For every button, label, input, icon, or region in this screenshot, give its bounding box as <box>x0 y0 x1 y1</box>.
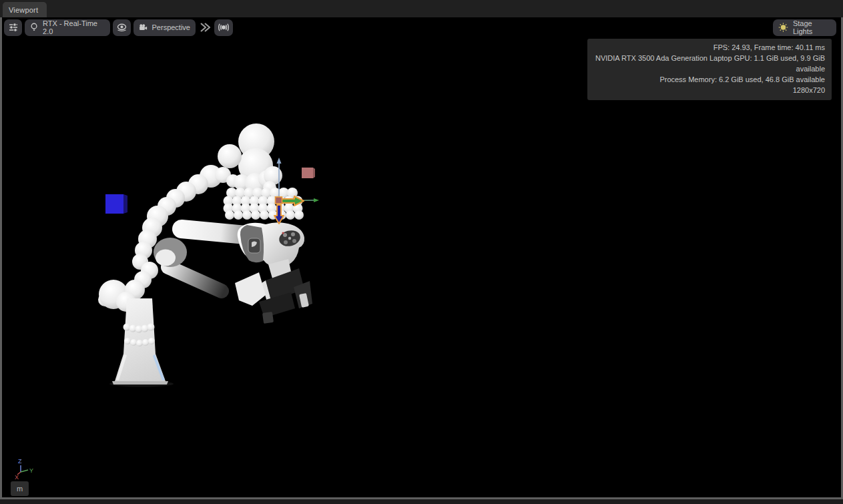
camera-label: Perspective <box>152 23 190 31</box>
render-status-button[interactable] <box>214 19 233 36</box>
stage-lights-label: Stage Lights <box>793 19 831 35</box>
axis-y-label: Y <box>29 467 33 474</box>
lightbulb-icon <box>30 22 38 33</box>
toolbar-left-group: RTX - Real-Time 2.0 <box>4 19 233 36</box>
camera-icon <box>139 23 148 32</box>
unit-badge: m <box>11 481 29 496</box>
robot-upper-arm-link <box>182 229 246 235</box>
collision-spheres-arc <box>158 165 222 216</box>
tab-bar: Viewport <box>0 0 843 17</box>
stats-memory-line: Process Memory: 6.2 GiB used, 46.8 GiB a… <box>594 74 825 85</box>
stats-fps-line: FPS: 24.93, Frame time: 40.11 ms <box>594 42 825 53</box>
renderer-label: RTX - Real-Time 2.0 <box>43 19 105 35</box>
application-window: Viewport <box>0 0 843 504</box>
stats-resolution-line: 1280x720 <box>594 85 825 95</box>
robot-gripper[interactable] <box>235 222 312 324</box>
stage-lights-button[interactable]: Stage Lights <box>773 19 836 36</box>
gripper-bracket <box>235 272 266 306</box>
renderer-button[interactable]: RTX - Real-Time 2.0 <box>25 19 110 36</box>
viewport-panel: Z Y X <box>0 17 843 499</box>
gripper-finger <box>262 312 274 324</box>
unit-badge-label: m <box>17 485 23 493</box>
signal-icon <box>218 23 230 32</box>
robot-base <box>112 298 168 385</box>
pink-cube[interactable] <box>302 168 315 178</box>
gizmo-up-arrowhead <box>277 158 282 164</box>
robot-forearm-link <box>168 267 222 291</box>
world-axis-indicator: Z Y X <box>15 458 33 481</box>
sliders-icon <box>8 22 19 33</box>
sun-light-icon <box>778 22 788 33</box>
axis-x-label: X <box>15 474 19 481</box>
collision-spheres-top-cluster <box>215 123 282 194</box>
tab-viewport[interactable]: Viewport <box>3 2 47 17</box>
eye-icon <box>116 23 127 33</box>
visibility-button[interactable] <box>113 19 131 36</box>
status-led <box>282 232 284 234</box>
expand-control[interactable] <box>198 20 212 35</box>
blue-cube[interactable] <box>105 194 127 214</box>
camera-button[interactable]: Perspective <box>133 19 196 36</box>
tab-viewport-label: Viewport <box>9 6 38 14</box>
gizmo-center-handle[interactable] <box>276 197 282 204</box>
double-chevron-icon <box>199 20 211 35</box>
robot-elbow-joint <box>154 238 187 267</box>
toolbar-right-group: Stage Lights <box>773 19 836 36</box>
render-settings-button[interactable] <box>4 19 22 36</box>
gizmo-long-axis-arrowhead <box>314 198 319 202</box>
performance-stats-overlay: FPS: 24.93, Frame time: 40.11 ms NVIDIA … <box>587 39 832 100</box>
axis-z-label: Z <box>18 458 22 465</box>
stats-gpu-line: NVIDIA RTX 3500 Ada Generation Laptop GP… <box>594 53 825 74</box>
